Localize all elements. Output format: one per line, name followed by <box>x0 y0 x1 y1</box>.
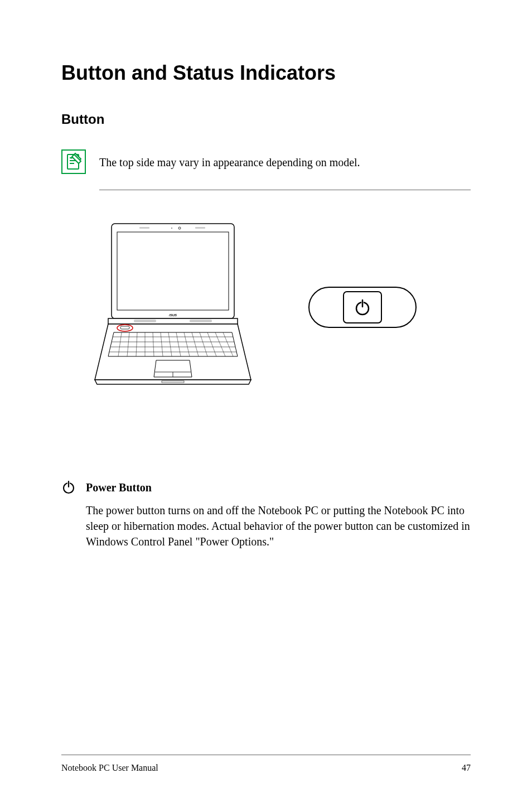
footer: Notebook PC User Manual 47 <box>61 763 471 773</box>
section-heading: Button <box>61 112 471 127</box>
note-divider <box>99 190 471 190</box>
svg-point-8 <box>171 228 172 229</box>
svg-rect-6 <box>117 232 229 310</box>
power-icon <box>61 480 76 495</box>
svg-rect-16 <box>120 326 129 329</box>
svg-text:/SUS: /SUS <box>168 313 177 317</box>
svg-point-7 <box>178 227 181 229</box>
note-text: The top side may vary in appearance depe… <box>99 155 360 169</box>
footer-left: Notebook PC User Manual <box>61 763 158 773</box>
page-number: 47 <box>462 763 471 773</box>
note-block: The top side may vary in appearance depe… <box>61 149 471 174</box>
page-title: Button and Status Indicators <box>61 61 471 85</box>
subsection-heading-row: Power Button <box>61 480 471 495</box>
power-button-figure <box>307 285 418 330</box>
svg-rect-14 <box>190 320 212 322</box>
note-icon <box>61 149 86 174</box>
page: Button and Status Indicators Button The … <box>0 0 532 802</box>
svg-rect-13 <box>134 320 156 322</box>
svg-rect-12 <box>108 318 238 324</box>
svg-rect-9 <box>139 227 149 229</box>
subsection-title: Power Button <box>86 481 152 494</box>
svg-rect-10 <box>195 227 205 229</box>
subsection-body: The power button turns on and off the No… <box>86 503 471 549</box>
figures-row: /SUS <box>84 218 471 397</box>
footer-divider <box>61 755 471 755</box>
laptop-figure: /SUS <box>84 218 262 397</box>
